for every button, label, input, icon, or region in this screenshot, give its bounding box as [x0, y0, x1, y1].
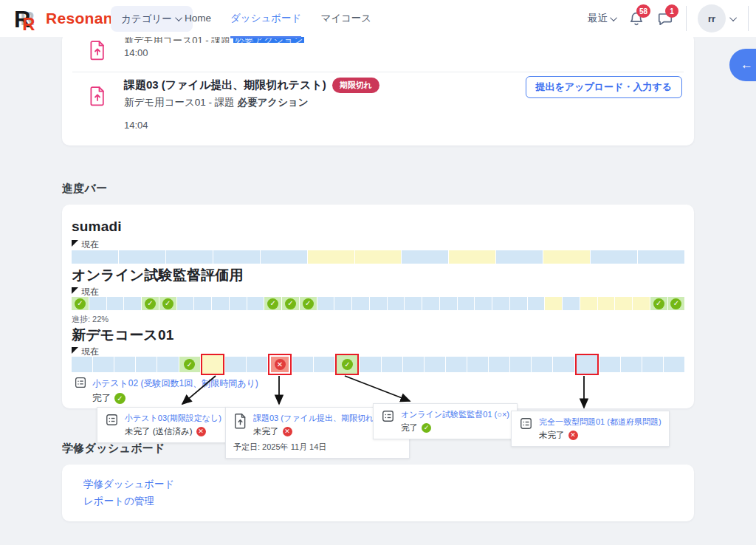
- progress-cell[interactable]: [598, 297, 615, 310]
- progress-cell[interactable]: [580, 297, 597, 310]
- course-name-online-exam[interactable]: オンライン試験監督評価用: [72, 266, 244, 285]
- progress-cell[interactable]: [72, 250, 118, 264]
- progress-cell[interactable]: [114, 357, 135, 372]
- progress-cell[interactable]: [403, 357, 424, 372]
- progress-cell[interactable]: [668, 297, 685, 310]
- progress-cell[interactable]: [300, 297, 317, 310]
- course-name-sumadi[interactable]: sumadi: [72, 219, 122, 235]
- categories-dropdown-button[interactable]: カテゴリー: [111, 6, 193, 32]
- progress-cell[interactable]: [194, 297, 211, 310]
- user-menu-button[interactable]: rr: [698, 4, 737, 32]
- progress-cell[interactable]: [467, 357, 488, 372]
- progress-cell[interactable]: [615, 297, 632, 310]
- progress-cell[interactable]: [591, 250, 637, 264]
- progress-cell[interactable]: [528, 297, 545, 310]
- nav-link[interactable]: Home: [185, 0, 211, 37]
- brand[interactable]: R R R Resonant: [13, 4, 118, 33]
- open-drawer-button[interactable]: ←: [729, 49, 756, 81]
- progress-cell[interactable]: [213, 250, 260, 264]
- progress-cell[interactable]: [119, 250, 165, 264]
- progress-cell[interactable]: [489, 357, 509, 372]
- notifications-button[interactable]: 58: [628, 10, 646, 27]
- progress-cell[interactable]: [225, 357, 246, 372]
- progress-cell[interactable]: [201, 354, 224, 375]
- upload-submission-button[interactable]: 提出をアップロード・入力する: [526, 76, 682, 98]
- progress-cell[interactable]: [247, 357, 267, 372]
- activity-link[interactable]: 小テスト03(期限設定なし): [125, 413, 221, 424]
- progress-cell[interactable]: [621, 357, 642, 372]
- progress-cell[interactable]: [352, 297, 369, 310]
- progress-cell[interactable]: [543, 250, 590, 264]
- progress-cell[interactable]: [317, 297, 334, 310]
- progress-cell[interactable]: [446, 357, 467, 372]
- progress-cell[interactable]: [136, 357, 157, 372]
- progress-cell[interactable]: [382, 357, 402, 372]
- progress-cell[interactable]: [510, 297, 527, 310]
- progress-cell[interactable]: [449, 250, 495, 264]
- progress-cell[interactable]: [422, 297, 439, 310]
- messages-button[interactable]: 1: [657, 10, 675, 27]
- progress-cell[interactable]: [370, 297, 387, 310]
- progress-cell[interactable]: [492, 297, 509, 310]
- progress-cell[interactable]: [335, 354, 359, 375]
- progress-cell[interactable]: [388, 297, 405, 310]
- progress-cell[interactable]: [177, 297, 194, 310]
- progress-cell[interactable]: [575, 354, 599, 375]
- nav-link[interactable]: マイコース: [320, 0, 371, 37]
- activity-link[interactable]: オンライン試験監監督01 (○×): [401, 409, 509, 420]
- item-title-text[interactable]: 課題03 (ファイル提出、期限切れテスト): [124, 78, 326, 92]
- progress-cell[interactable]: [458, 297, 475, 310]
- progress-cell[interactable]: [93, 357, 114, 372]
- recent-dropdown-button[interactable]: 最近: [588, 12, 617, 25]
- progress-cell[interactable]: [355, 250, 402, 264]
- progress-cell[interactable]: [124, 297, 141, 310]
- learning-dashboard-link[interactable]: 学修ダッシュボード: [83, 478, 174, 491]
- progress-cell[interactable]: [282, 297, 299, 310]
- progress-cell[interactable]: [496, 250, 543, 264]
- progress-cell[interactable]: [247, 297, 264, 310]
- course-name-demo-course[interactable]: 新デモコース01: [72, 326, 174, 345]
- quiz-icon: [381, 409, 395, 423]
- progress-cell[interactable]: [650, 297, 667, 310]
- activity-link[interactable]: 完全一致型問題01 (都道府県問題): [539, 417, 662, 428]
- progress-cell[interactable]: [334, 297, 351, 310]
- progress-cell[interactable]: [89, 297, 106, 310]
- progress-cell[interactable]: [642, 357, 663, 372]
- progress-cell[interactable]: [107, 297, 124, 310]
- progress-cell[interactable]: [72, 297, 89, 310]
- progress-cell[interactable]: [166, 250, 213, 264]
- progress-cell[interactable]: [405, 297, 422, 310]
- nav-link[interactable]: ダッシュボード: [230, 0, 301, 37]
- progress-cell[interactable]: [314, 357, 334, 372]
- progress-cell[interactable]: [545, 297, 562, 310]
- report-management-link[interactable]: レポートの管理: [83, 495, 154, 508]
- progress-cell[interactable]: [563, 297, 580, 310]
- activity-status: 未完了: [539, 430, 662, 441]
- progress-cell[interactable]: [230, 297, 247, 310]
- progress-cell[interactable]: [553, 357, 574, 372]
- progress-cell[interactable]: [440, 297, 457, 310]
- progress-cell[interactable]: [532, 357, 552, 372]
- progress-cell[interactable]: [599, 357, 620, 372]
- progress-cell[interactable]: [159, 297, 176, 310]
- progress-cell[interactable]: [264, 297, 281, 310]
- progress-cell[interactable]: [360, 357, 380, 372]
- progress-cell[interactable]: [142, 297, 159, 310]
- progress-cell[interactable]: [179, 357, 200, 372]
- progress-cell[interactable]: [475, 297, 492, 310]
- navbar-right: 最近 58 1 rr: [588, 0, 749, 37]
- progress-cell[interactable]: [633, 297, 650, 310]
- progress-cell[interactable]: [292, 357, 313, 372]
- progress-cell[interactable]: [425, 357, 445, 372]
- progress-cell[interactable]: [664, 357, 684, 372]
- activity-link[interactable]: 小テスト02 (受験回数1回、制限時間あり): [92, 378, 258, 388]
- progress-cell[interactable]: [510, 357, 531, 372]
- progress-cell[interactable]: [268, 354, 292, 375]
- progress-cell[interactable]: [157, 357, 178, 372]
- progress-cell[interactable]: [308, 250, 354, 264]
- progress-cell[interactable]: [638, 250, 684, 264]
- progress-cell[interactable]: [402, 250, 448, 264]
- progress-cell[interactable]: [212, 297, 229, 310]
- progress-cell[interactable]: [72, 357, 92, 372]
- progress-cell[interactable]: [261, 250, 307, 264]
